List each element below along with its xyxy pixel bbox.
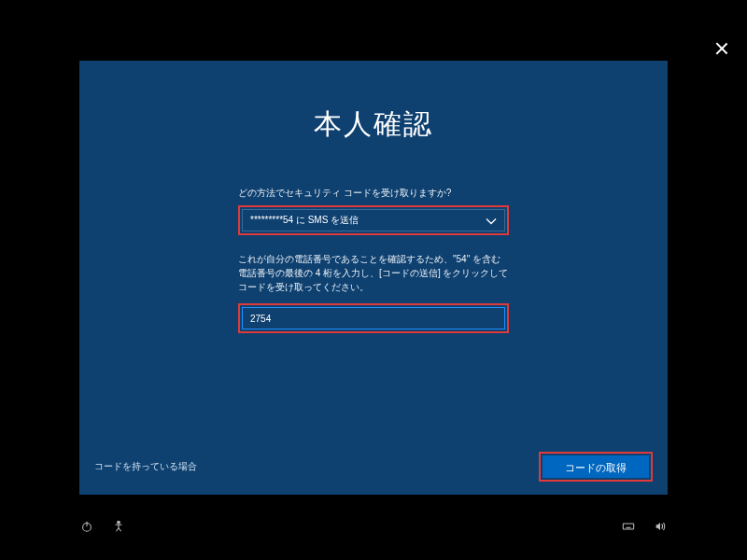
phone-last4-input[interactable]: [242, 307, 505, 329]
svg-point-2: [118, 521, 120, 524]
dialog-title: 本人確認: [79, 105, 668, 144]
keyboard-icon[interactable]: [621, 519, 636, 534]
have-code-link[interactable]: コードを持っている場合: [94, 460, 197, 473]
accessibility-icon[interactable]: [111, 519, 126, 534]
button-highlight: コードの取得: [539, 452, 653, 482]
input-highlight: [238, 303, 509, 333]
system-bar-right: [621, 519, 668, 534]
identity-verification-dialog: 本人確認 どの方法でセキュリティ コードを受け取りますか? *********5…: [79, 61, 668, 495]
volume-icon[interactable]: [653, 519, 668, 534]
close-button[interactable]: [715, 42, 728, 55]
method-prompt-label: どの方法でセキュリティ コードを受け取りますか?: [238, 187, 509, 200]
system-bar: [79, 519, 668, 534]
chevron-down-icon: [486, 217, 497, 224]
instruction-text: これが自分の電話番号であることを確認するため、"54" を含む電話番号の最後の …: [238, 252, 509, 294]
get-code-button[interactable]: コードの取得: [543, 455, 649, 478]
system-bar-left: [79, 519, 126, 534]
svg-rect-3: [623, 524, 633, 529]
power-icon[interactable]: [79, 519, 94, 534]
dropdown-selected-value: *********54 に SMS を送信: [250, 214, 359, 227]
dropdown-highlight: *********54 に SMS を送信: [238, 205, 509, 235]
verification-method-dropdown[interactable]: *********54 に SMS を送信: [242, 209, 505, 231]
dialog-content: どの方法でセキュリティ コードを受け取りますか? *********54 に S…: [238, 187, 509, 333]
dialog-footer: コードを持っている場合 コードの取得: [94, 452, 653, 482]
